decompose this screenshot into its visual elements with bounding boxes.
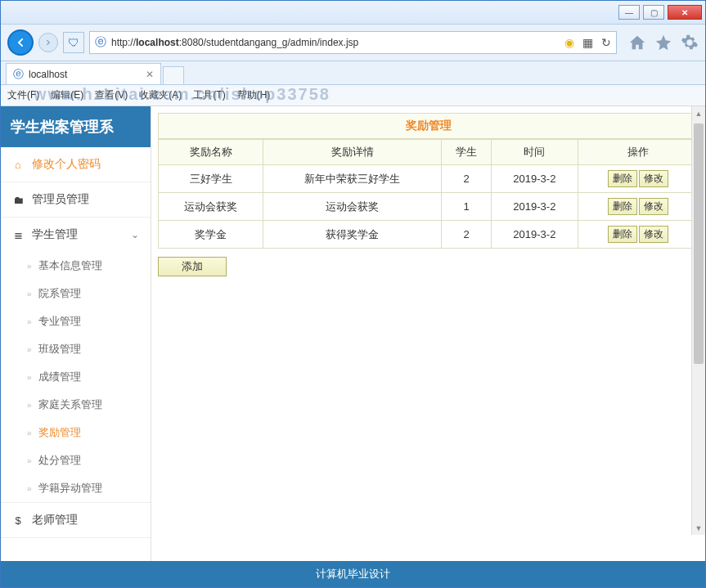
menu-favorites[interactable]: 收藏夹(A) — [139, 88, 182, 102]
menu-view[interactable]: 查看(V) — [95, 88, 128, 102]
cell-detail: 新年中荣获三好学生 — [263, 165, 442, 193]
close-button[interactable]: ✕ — [668, 5, 702, 20]
address-bar[interactable]: ⓔ http://localhost:8080/studentdangang_g… — [89, 31, 617, 54]
sidebar-item-label: 老师管理 — [32, 513, 78, 527]
address-text: http://localhost:8080/studentdangang_g/a… — [111, 37, 560, 48]
sidebar-item-label: 修改个人密码 — [32, 157, 101, 172]
list-icon: ≣ — [12, 229, 24, 241]
ie-icon: ⓔ — [95, 35, 106, 50]
vertical-scrollbar[interactable]: ▲ ▼ — [691, 106, 705, 535]
submenu-item-label: 学籍异动管理 — [38, 481, 102, 496]
window-titlebar: — ▢ ✕ — [1, 1, 705, 25]
submenu-item-label: 处分管理 — [38, 453, 81, 468]
tab-strip: ⓔ localhost ✕ — [1, 61, 705, 85]
table-row: 运动会获奖运动会获奖12019-3-2删除修改 — [159, 193, 699, 221]
sidebar-item-label: 学生管理 — [32, 227, 78, 242]
cell-student: 1 — [442, 193, 492, 221]
cell-detail: 运动会获奖 — [263, 193, 442, 221]
cell-ops: 删除修改 — [578, 193, 698, 221]
submenu-item-6[interactable]: »奖励管理 — [1, 419, 151, 447]
column-header-4: 操作 — [578, 140, 698, 165]
submenu-item-3[interactable]: »班级管理 — [1, 335, 151, 363]
settings-icon[interactable] — [681, 34, 699, 52]
scroll-thumb[interactable] — [694, 123, 704, 364]
delete-button[interactable]: 删除 — [608, 170, 637, 187]
minimize-button[interactable]: — — [618, 5, 640, 20]
sidebar-item-1[interactable]: 🖿管理员管理 — [1, 182, 151, 217]
menu-file[interactable]: 文件(F) — [7, 88, 39, 102]
sidebar: 学生档案管理系 ⌂修改个人密码🖿管理员管理≣学生管理⌄»基本信息管理»院系管理»… — [1, 106, 151, 561]
chevron-right-icon: » — [27, 401, 32, 410]
cell-name: 奖学金 — [159, 221, 263, 249]
footer-bar: 计算机毕业设计 — [1, 561, 705, 587]
submenu-item-4[interactable]: »成绩管理 — [1, 363, 151, 391]
table-row: 三好学生新年中荣获三好学生22019-3-2删除修改 — [159, 165, 699, 193]
content-area: 学生档案管理系 ⌂修改个人密码🖿管理员管理≣学生管理⌄»基本信息管理»院系管理»… — [1, 106, 705, 561]
edit-button[interactable]: 修改 — [639, 170, 668, 187]
cell-ops: 删除修改 — [578, 165, 698, 193]
compat-icon[interactable]: ◉ — [564, 36, 574, 49]
submenu-item-5[interactable]: »家庭关系管理 — [1, 391, 151, 419]
chevron-right-icon: » — [27, 456, 32, 465]
edit-button[interactable]: 修改 — [639, 226, 668, 243]
cell-date: 2019-3-2 — [492, 165, 578, 193]
scroll-down-icon[interactable]: ▼ — [692, 521, 705, 535]
cell-date: 2019-3-2 — [492, 193, 578, 221]
chevron-right-icon: » — [27, 345, 32, 354]
ie-icon: ⓔ — [13, 67, 24, 82]
edit-button[interactable]: 修改 — [639, 198, 668, 215]
cell-date: 2019-3-2 — [492, 221, 578, 249]
cell-student: 2 — [442, 221, 492, 249]
chevron-right-icon: » — [27, 373, 32, 382]
cell-student: 2 — [442, 165, 492, 193]
sidebar-item-3[interactable]: $老师管理 — [1, 503, 151, 537]
favorites-icon[interactable] — [654, 34, 672, 52]
submenu-item-label: 基本信息管理 — [38, 258, 102, 273]
main-panel: 奖励管理 奖励名称奖励详情学生时间操作 三好学生新年中荣获三好学生22019-3… — [151, 106, 705, 561]
submenu-item-label: 成绩管理 — [38, 370, 81, 384]
submenu-item-label: 专业管理 — [38, 314, 81, 329]
home-icon[interactable] — [628, 34, 646, 52]
chevron-right-icon: » — [27, 484, 32, 493]
shield-icon[interactable]: 🛡 — [63, 32, 84, 53]
reward-table: 奖励名称奖励详情学生时间操作 三好学生新年中荣获三好学生22019-3-2删除修… — [158, 139, 699, 249]
tab-close-icon[interactable]: ✕ — [146, 69, 154, 80]
submenu-item-label: 班级管理 — [38, 342, 81, 357]
back-button[interactable] — [7, 29, 34, 56]
brand-title: 学生档案管理系 — [1, 106, 151, 147]
column-header-0: 奖励名称 — [159, 140, 263, 165]
submenu-item-0[interactable]: »基本信息管理 — [1, 252, 151, 280]
delete-button[interactable]: 删除 — [608, 226, 637, 243]
chevron-right-icon: » — [27, 317, 32, 326]
panel-title: 奖励管理 — [158, 113, 699, 139]
briefcase-icon: 🖿 — [12, 194, 24, 206]
maximize-button[interactable]: ▢ — [643, 5, 664, 20]
submenu-item-8[interactable]: »学籍异动管理 — [1, 474, 151, 502]
cell-detail: 获得奖学金 — [263, 221, 442, 249]
forward-button[interactable] — [38, 33, 58, 52]
tab-localhost[interactable]: ⓔ localhost ✕ — [6, 63, 161, 84]
add-button[interactable]: 添加 — [158, 257, 227, 276]
menu-bar: 文件(F) 编辑(E) 查看(V) 收藏夹(A) 工具(T) 帮助(H) www… — [1, 85, 705, 106]
scroll-up-icon[interactable]: ▲ — [692, 106, 705, 120]
menu-edit[interactable]: 编辑(E) — [51, 88, 83, 102]
browser-toolbar: 🛡 ⓔ http://localhost:8080/studentdangang… — [1, 25, 705, 61]
chevron-right-icon: » — [27, 290, 32, 298]
sidebar-item-0[interactable]: ⌂修改个人密码 — [1, 147, 151, 182]
submenu-item-label: 院系管理 — [38, 286, 81, 301]
column-header-3: 时间 — [492, 140, 578, 165]
submenu-item-7[interactable]: »处分管理 — [1, 447, 151, 474]
sidebar-item-label: 管理员管理 — [32, 192, 89, 207]
table-row: 奖学金获得奖学金22019-3-2删除修改 — [159, 221, 699, 249]
new-tab-button[interactable] — [163, 66, 184, 84]
submenu-item-2[interactable]: »专业管理 — [1, 307, 151, 335]
menu-help[interactable]: 帮助(H) — [237, 88, 271, 102]
stop-icon[interactable]: ▦ — [582, 36, 593, 49]
dollar-icon: $ — [12, 514, 24, 527]
delete-button[interactable]: 删除 — [608, 198, 637, 215]
refresh-icon[interactable]: ↻ — [601, 36, 611, 49]
submenu-item-1[interactable]: »院系管理 — [1, 280, 151, 307]
sidebar-item-2[interactable]: ≣学生管理⌄ — [1, 218, 151, 252]
submenu-item-label: 奖励管理 — [38, 425, 81, 440]
menu-tools[interactable]: 工具(T) — [193, 88, 225, 102]
